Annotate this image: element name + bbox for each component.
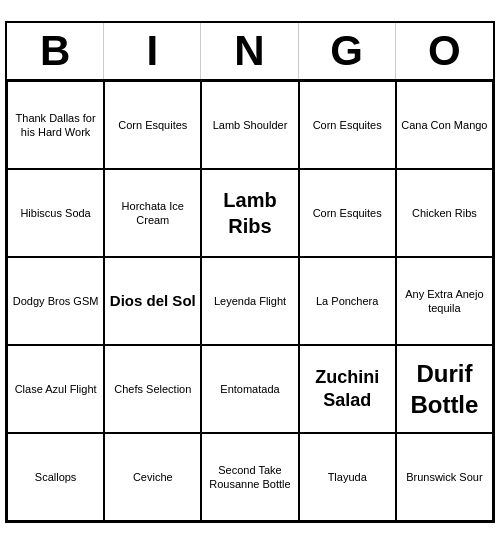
header-letter: B bbox=[7, 23, 104, 79]
bingo-cell: Lamb Ribs bbox=[201, 169, 298, 257]
bingo-cell: Leyenda Flight bbox=[201, 257, 298, 345]
bingo-cell: Durif Bottle bbox=[396, 345, 493, 433]
bingo-cell: Dodgy Bros GSM bbox=[7, 257, 104, 345]
bingo-cell: Scallops bbox=[7, 433, 104, 521]
header-letter: I bbox=[104, 23, 201, 79]
bingo-cell: Corn Esquites bbox=[299, 169, 396, 257]
bingo-cell: Tlayuda bbox=[299, 433, 396, 521]
bingo-cell: Brunswick Sour bbox=[396, 433, 493, 521]
bingo-cell: Horchata Ice Cream bbox=[104, 169, 201, 257]
bingo-cell: Chicken Ribs bbox=[396, 169, 493, 257]
bingo-grid: Thank Dallas for his Hard WorkCorn Esqui… bbox=[7, 79, 493, 521]
bingo-cell: Lamb Shoulder bbox=[201, 81, 298, 169]
bingo-cell: Second Take Rousanne Bottle bbox=[201, 433, 298, 521]
header-letter: O bbox=[396, 23, 493, 79]
bingo-cell: Thank Dallas for his Hard Work bbox=[7, 81, 104, 169]
bingo-cell: Cana Con Mango bbox=[396, 81, 493, 169]
bingo-cell: Dios del Sol bbox=[104, 257, 201, 345]
bingo-cell: Corn Esquites bbox=[299, 81, 396, 169]
bingo-cell: Any Extra Anejo tequila bbox=[396, 257, 493, 345]
bingo-cell: Chefs Selection bbox=[104, 345, 201, 433]
bingo-cell: Hibiscus Soda bbox=[7, 169, 104, 257]
header-letter: N bbox=[201, 23, 298, 79]
header-letter: G bbox=[299, 23, 396, 79]
bingo-cell: Ceviche bbox=[104, 433, 201, 521]
bingo-header: BINGO bbox=[7, 23, 493, 79]
bingo-cell: Corn Esquites bbox=[104, 81, 201, 169]
bingo-cell: Zuchini Salad bbox=[299, 345, 396, 433]
bingo-cell: La Ponchera bbox=[299, 257, 396, 345]
bingo-cell: Entomatada bbox=[201, 345, 298, 433]
bingo-card: BINGO Thank Dallas for his Hard WorkCorn… bbox=[5, 21, 495, 523]
bingo-cell: Clase Azul Flight bbox=[7, 345, 104, 433]
